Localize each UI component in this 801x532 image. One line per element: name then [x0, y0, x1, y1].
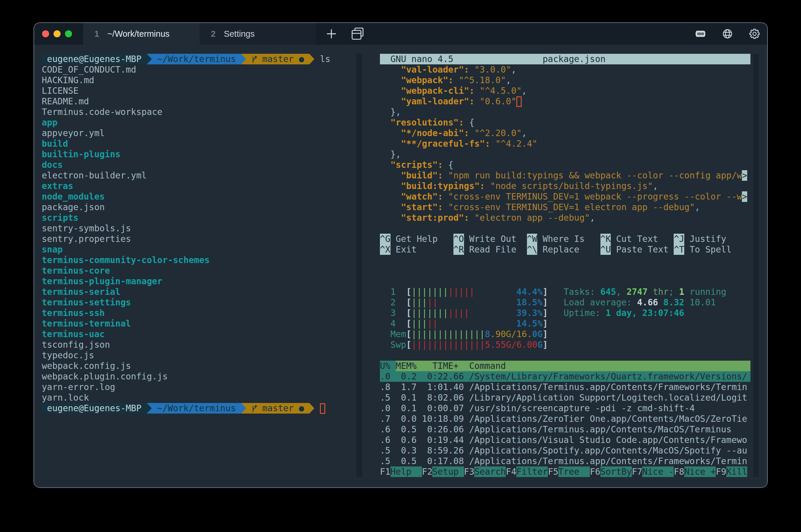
- terminal-window: 1 ~/Work/terminus 2 Settings eugene@Euge…: [34, 22, 768, 488]
- terminal-line: "build:typings": "node scripts/build-typ…: [380, 181, 658, 191]
- terminal-line: .0 0.2 0:22.66 /System/Library/Framework…: [380, 371, 750, 382]
- terminal-line: "yaml-loader": "0.6.0": [380, 96, 522, 107]
- terminal-line: terminus-uac: [42, 329, 105, 340]
- tab-work-terminus[interactable]: 1 ~/Work/terminus: [83, 23, 200, 45]
- terminal-line: electron-builder.yml: [42, 170, 147, 181]
- windows-icon: [350, 26, 365, 41]
- terminal-line: HACKING.md: [42, 75, 94, 86]
- terminal-line: "build": "npm run build:typings && webpa…: [380, 170, 747, 181]
- terminal-line: GNU nano 4.5 package.json: [380, 54, 750, 64]
- terminal-line: terminus-terminal: [42, 318, 131, 329]
- terminal-line: node_modules: [42, 191, 105, 202]
- web-button[interactable]: [716, 23, 739, 45]
- zoom-button[interactable]: [65, 30, 72, 37]
- gear-icon: [749, 28, 760, 39]
- terminal-line: .6 0.5 0:26.06 /Applications/Terminus.ap…: [380, 424, 732, 435]
- powerline-arrow-icon: [241, 54, 246, 64]
- terminal-line: "scripts": {: [380, 159, 453, 170]
- terminal-line: ^X Exit ^R Read File ^\ Replace ^U Paste…: [380, 244, 732, 255]
- terminal-line: "resolutions": {: [380, 117, 474, 128]
- powerline-arrow-icon: [309, 403, 315, 414]
- terminal-line: LICENSE: [42, 86, 78, 96]
- terminal-line: webpack.plugin.config.js: [42, 371, 168, 382]
- terminal-line: .6 0.6 0:19.44 /Applications/Visual Stud…: [380, 435, 747, 445]
- terminal-pane-left[interactable]: eugene@Eugenes-MBP ~/Work/terminus maste…: [42, 54, 362, 477]
- terminal-line: "webpack": "^5.18.0",: [380, 75, 511, 86]
- terminal-content: eugene@Eugenes-MBP ~/Work/terminus maste…: [34, 45, 767, 487]
- terminal-cursor: [320, 403, 325, 414]
- terminal-line: .8 1.7 1:01.40 /Applications/Terminus.ap…: [380, 382, 747, 393]
- terminal-line: builtin-plugins: [42, 149, 120, 159]
- terminal-line: },: [380, 107, 401, 117]
- terminal-line: eugene@Eugenes-MBP ~/Work/terminus maste…: [42, 403, 325, 414]
- powerline-arrow-icon: [147, 403, 152, 414]
- terminal-pane-right[interactable]: GNU nano 4.5 package.json "val-loader": …: [380, 54, 753, 477]
- git-branch-icon: [252, 403, 257, 414]
- terminal-line: scripts: [42, 212, 78, 223]
- terminal-line: U% MEM% TIME+ Command: [380, 361, 750, 371]
- terminal-line: CODE_OF_CONDUCT.md: [42, 64, 136, 75]
- terminal-line: Swp[||||||||||||||5.55G/6.00G]: [380, 340, 548, 350]
- terminal-line: package.json: [42, 202, 105, 212]
- terminal-line: F1Help F2Setup F3SearchF4FilterF5Tree F6…: [380, 467, 747, 477]
- terminal-line: "start:prod": "electron app --debug",: [380, 212, 595, 223]
- terminal-line: .5 0.5 0:17.08 /Applications/Terminus.ap…: [380, 456, 747, 467]
- terminal-cursor: [516, 96, 522, 107]
- left-pane-scrollbar[interactable]: [357, 54, 362, 477]
- terminal-line: tsconfig.json: [42, 340, 110, 350]
- terminal-line: "watch": "cross-env TERMINUS_DEV=1 webpa…: [380, 191, 747, 202]
- terminal-line: terminus-serial: [42, 287, 120, 297]
- terminal-line: terminus-core: [42, 265, 110, 276]
- terminal-line: .5 0.1 8:02.06 /Library/Application Supp…: [380, 393, 747, 403]
- tab-title: ~/Work/terminus: [107, 29, 169, 39]
- terminal-line: appveyor.yml: [42, 128, 105, 138]
- terminal-line: typedoc.js: [42, 350, 94, 361]
- terminal-line: terminus-plugin-manager: [42, 276, 162, 287]
- terminal-line: Mem[||||||||||||||8.90G/16.0G]: [380, 329, 548, 340]
- traffic-lights: [34, 23, 83, 45]
- terminal-line: extras: [42, 181, 73, 191]
- terminal-line: docs: [42, 159, 63, 170]
- powerline-arrow-icon: [309, 54, 315, 64]
- split-window-button[interactable]: [347, 23, 369, 45]
- desktop: { "window": { "app": "Terminus terminal"…: [0, 0, 801, 532]
- serial-port-icon: [695, 30, 706, 37]
- terminal-line: eugene@Eugenes-MBP ~/Work/terminus maste…: [42, 54, 331, 64]
- terminal-line: "webpack-cli": "^4.5.0",: [380, 86, 527, 96]
- git-branch-icon: [252, 54, 257, 64]
- terminal-line: 3 [||||||||||| 39.3%] Uptime: 1 day, 23:…: [380, 308, 684, 318]
- terminal-line: sentry-symbols.js: [42, 223, 131, 234]
- plus-icon: [325, 28, 337, 40]
- terminal-line: terminus-community-color-schemes: [42, 255, 210, 265]
- terminal-line: README.md: [42, 96, 89, 107]
- new-tab-button[interactable]: [321, 23, 342, 45]
- settings-button[interactable]: [743, 23, 766, 45]
- tab-number: 2: [211, 29, 216, 39]
- terminal-line: "**/graceful-fs": "^4.2.4": [380, 138, 537, 149]
- minimize-button[interactable]: [54, 30, 60, 37]
- terminal-line: 1 [|||||||||||| 44.4%] Tasks: 645, 2747 …: [380, 287, 726, 297]
- terminal-line: app: [42, 117, 58, 128]
- terminal-line: 4 [||||| 14.5%]: [380, 318, 548, 329]
- terminal-line: Terminus.code-workspace: [42, 107, 162, 117]
- terminal-line: snap: [42, 244, 63, 255]
- terminal-line: yarn.lock: [42, 393, 89, 403]
- terminal-line: 2 [||||| 18.5%] Load average: 4.66 8.32 …: [380, 297, 716, 308]
- terminal-line: build: [42, 138, 68, 149]
- right-pane-scrollbar[interactable]: [753, 54, 759, 477]
- powerline-arrow-icon: [241, 403, 246, 414]
- terminal-line: "*/node-abi": "^2.20.0",: [380, 128, 527, 138]
- terminal-line: sentry.properties: [42, 234, 131, 244]
- powerline-arrow-icon: [147, 54, 152, 64]
- close-button[interactable]: [42, 30, 49, 37]
- terminal-line: .7 0.0 10:18.09 /Applications/ZeroTier O…: [380, 414, 747, 424]
- terminal-line: "start": "cross-env TERMINUS_DEV=1 elect…: [380, 202, 700, 212]
- terminal-line: terminus-ssh: [42, 308, 105, 318]
- tab-title: Settings: [224, 29, 255, 39]
- terminal-line: terminus-settings: [42, 297, 131, 308]
- terminal-line: "val-loader": "3.0.0",: [380, 64, 516, 75]
- tab-settings[interactable]: 2 Settings: [200, 23, 316, 45]
- terminal-line: .5 0.3 8:59.26 /Applications/Spotify.app…: [380, 445, 747, 456]
- terminal-line: webpack.config.js: [42, 361, 131, 371]
- serial-port-button[interactable]: [689, 23, 712, 45]
